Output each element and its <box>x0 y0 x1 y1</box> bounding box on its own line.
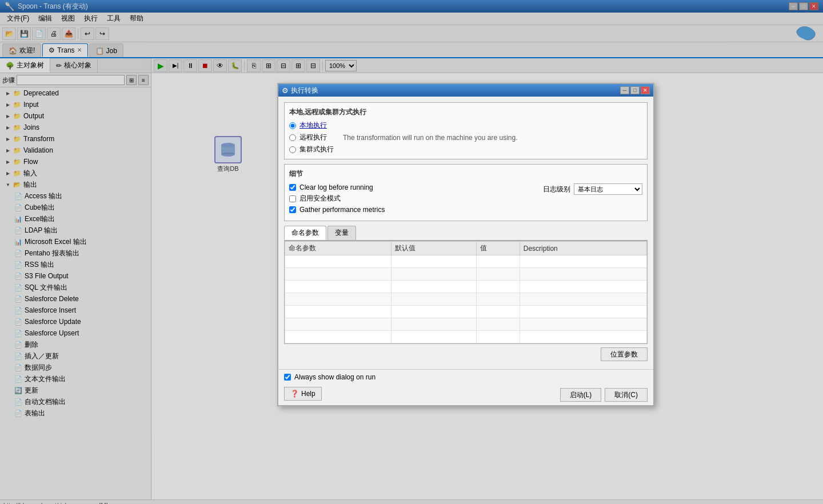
dialog-tab-named-params[interactable]: 命名参数 <box>284 226 326 240</box>
help-label: Help <box>301 390 315 398</box>
log-level-label: 日志级别 <box>543 185 570 194</box>
help-button[interactable]: ❓ Help <box>284 387 322 401</box>
checkbox-gather-metrics: Gather performance metrics <box>289 206 385 214</box>
action-buttons: 启动(L) 取消(C) <box>560 388 648 402</box>
start-button[interactable]: 启动(L) <box>560 388 602 402</box>
table-header-row: 命名参数 默认值 值 Description <box>285 242 647 255</box>
local-exec-desc: The transformation will run on the machi… <box>343 134 518 142</box>
pos-param-button[interactable]: 位置参数 <box>601 347 648 361</box>
table-row <box>285 318 647 331</box>
table-row <box>285 331 647 343</box>
param-table-container: 命名参数 默认值 值 Description <box>284 241 648 344</box>
checkboxes-col: Clear log before running 启用安全模式 Gather p… <box>289 183 385 216</box>
checkbox-safe-mode-label: 启用安全模式 <box>299 194 341 203</box>
dialog-maximize[interactable]: □ <box>630 86 640 94</box>
radio-group: 本地执行 远程执行 集群式执行 <box>289 121 334 154</box>
th-description: Description <box>520 242 646 255</box>
log-level-select[interactable]: 基本日志 详细 调试 行级别 错误 无 <box>574 183 642 195</box>
cancel-button[interactable]: 取消(C) <box>605 388 648 402</box>
radio-remote: 远程执行 <box>289 133 334 142</box>
checkbox-clear-log-input[interactable] <box>289 184 296 191</box>
radio-cluster-label: 集群式执行 <box>299 145 334 154</box>
th-param-name: 命名参数 <box>285 242 391 255</box>
log-level-row: 日志级别 基本日志 详细 调试 行级别 错误 无 <box>543 183 642 195</box>
detail-section-title: 细节 <box>289 169 642 179</box>
checkbox-safe-mode: 启用安全模式 <box>289 194 385 203</box>
always-show-checkbox[interactable] <box>284 374 291 381</box>
execution-mode-section: 本地,远程或集群方式执行 本地执行 远程执行 集群式执行 <box>284 102 648 159</box>
execution-section-title: 本地,远程或集群方式执行 <box>289 107 642 117</box>
checkbox-gather-metrics-label: Gather performance metrics <box>299 206 385 214</box>
dialog-tabs: 命名参数 变量 <box>284 226 648 241</box>
radio-remote-input[interactable] <box>289 134 296 141</box>
dialog-content: 本地,远程或集群方式执行 本地执行 远程执行 集群式执行 <box>278 97 653 369</box>
dialog-close[interactable]: ✕ <box>641 86 650 94</box>
dialog-overlay: ⚙ 执行转换 ─ □ ✕ 本地,远程或集群方式执行 本地执行 <box>0 0 823 504</box>
radio-local: 本地执行 <box>289 121 334 130</box>
table-row <box>285 281 647 293</box>
table-row <box>285 293 647 306</box>
checkbox-clear-log: Clear log before running <box>289 183 385 191</box>
dialog-title-icon: ⚙ <box>282 86 289 95</box>
always-show-checkbox-row: Always show dialog on run <box>284 373 648 381</box>
help-circle-icon: ❓ <box>290 390 299 398</box>
checkbox-gather-metrics-input[interactable] <box>289 206 296 213</box>
always-show-label: Always show dialog on run <box>294 373 375 381</box>
param-table-body <box>285 255 647 343</box>
param-table: 命名参数 默认值 值 Description <box>285 241 647 343</box>
dialog-title-bar: ⚙ 执行转换 ─ □ ✕ <box>278 84 653 97</box>
checkbox-safe-mode-input[interactable] <box>289 195 296 202</box>
table-row <box>285 255 647 268</box>
dialog-tab-variables[interactable]: 变量 <box>327 226 356 240</box>
param-tabs-container: 命名参数 变量 命名参数 默认值 值 Description <box>284 226 648 361</box>
execute-dialog: ⚙ 执行转换 ─ □ ✕ 本地,远程或集群方式执行 本地执行 <box>277 83 654 406</box>
th-value: 值 <box>476 242 520 255</box>
checkbox-clear-log-label: Clear log before running <box>299 183 373 191</box>
bottom-row: ❓ Help 启动(L) 取消(C) <box>284 386 648 402</box>
radio-cluster-input[interactable] <box>289 146 296 153</box>
dialog-title-buttons: ─ □ ✕ <box>620 86 650 94</box>
table-row <box>285 306 647 318</box>
table-row <box>285 268 647 281</box>
radio-local-label: 本地执行 <box>299 121 327 130</box>
detail-section: 细节 Clear log before running 启用安全模式 <box>284 164 648 221</box>
dialog-bottom: Always show dialog on run ❓ Help 启动(L) 取… <box>278 369 653 405</box>
radio-cluster: 集群式执行 <box>289 145 334 154</box>
dialog-title-text: 执行转换 <box>291 86 318 95</box>
radio-remote-label: 远程执行 <box>299 133 327 142</box>
dialog-minimize[interactable]: ─ <box>620 86 629 94</box>
th-default-val: 默认值 <box>391 242 476 255</box>
radio-local-input[interactable] <box>289 122 296 129</box>
